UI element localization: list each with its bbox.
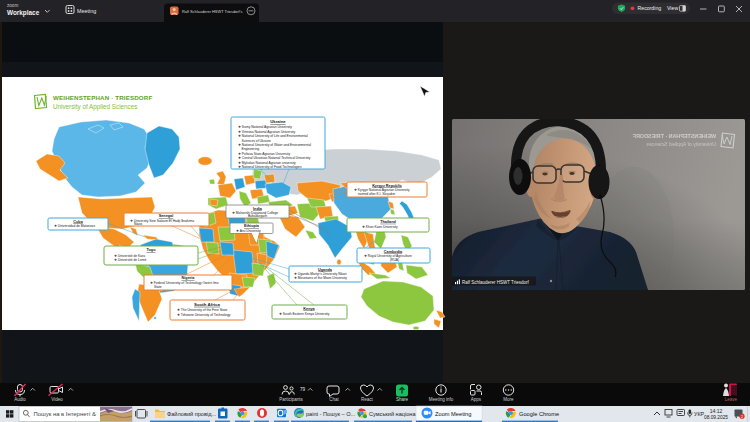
svg-text:Thailand: Thailand	[380, 220, 396, 224]
svg-text:79: 79	[300, 387, 306, 392]
svg-text:Recording: Recording	[638, 5, 662, 11]
svg-text:Ralf Schlauderer HSWT Triesdor: Ralf Schlauderer HSWT Triesdorf's	[182, 9, 242, 14]
svg-text:Meeting info: Meeting info	[429, 397, 454, 402]
svg-text:❖ Mountains of the Moon Univer: ❖ Mountains of the Moon University	[294, 276, 347, 280]
svg-text:Ethiopia: Ethiopia	[244, 224, 260, 228]
svg-text:❖ Khon Kaen University: ❖ Khon Kaen University	[362, 225, 398, 229]
svg-text:Bahadurgarh: Bahadurgarh	[248, 214, 267, 218]
svg-text:Cuba: Cuba	[73, 220, 83, 224]
svg-text:University of Applied Sciences: University of Applied Sciences	[646, 141, 716, 147]
svg-text:Share: Share	[396, 397, 409, 402]
svg-text:❖ The University of the Free S: ❖ The University of the Free State	[177, 308, 228, 312]
svg-text:Ukraine: Ukraine	[270, 119, 286, 124]
svg-text:❖ Vinnitsa National Agrarian U: ❖ Vinnitsa National Agrarian University	[238, 130, 295, 134]
svg-text:❖ Arsi University: ❖ Arsi University	[236, 229, 261, 233]
svg-text:❖ Universidad de Matanzas: ❖ Universidad de Matanzas	[54, 224, 95, 228]
svg-text:❖ Université de Kara: ❖ Université de Kara	[114, 254, 145, 258]
svg-text:Apps: Apps	[471, 397, 482, 402]
svg-text:View: View	[667, 5, 678, 11]
svg-text:Kenya: Kenya	[303, 307, 315, 311]
svg-text:14:12: 14:12	[710, 408, 723, 414]
svg-text:❖ Royal University of Agricult: ❖ Royal University of Agriculture	[364, 254, 412, 258]
svg-text:2: 2	[741, 415, 743, 419]
svg-text:❖ Sumy National Agrarian Unive: ❖ Sumy National Agrarian University	[238, 125, 292, 129]
svg-text:University of Applied Sciences: University of Applied Sciences	[53, 103, 137, 111]
svg-text:State: State	[154, 285, 162, 289]
svg-text:Сумський нацiона...: Сумський нацiона...	[369, 411, 421, 417]
svg-text:Engineering: Engineering	[242, 147, 260, 151]
svg-text:Meeting: Meeting	[77, 8, 96, 14]
svg-text:Chat: Chat	[329, 397, 339, 402]
svg-text:Google Chrome: Google Chrome	[519, 411, 559, 417]
svg-text:Пошук на в Iнтернетi &: Пошук на в Iнтернетi &	[34, 411, 96, 417]
svg-text:Sciences of Ukraine: Sciences of Ukraine	[242, 139, 271, 143]
svg-text:Ralf Schlauderer HSWT Triesdor: Ralf Schlauderer HSWT Triesdorf	[462, 280, 529, 285]
svg-text:Video: Video	[51, 397, 63, 402]
svg-text:Togo: Togo	[147, 248, 157, 252]
svg-text:(RUA): (RUA)	[390, 258, 399, 262]
svg-text:More: More	[503, 397, 514, 402]
svg-text:Zoom Meeting: Zoom Meeting	[435, 411, 471, 417]
svg-text:❖ National University of Life: ❖ National University of Life and Enviro…	[238, 134, 308, 138]
svg-text:❖ Poltava State Agrarian Unive: ❖ Poltava State Agrarian University	[238, 152, 290, 156]
svg-text:Niass: Niass	[134, 222, 143, 226]
svg-text:❖ South Eastern Kenya Universi: ❖ South Eastern Kenya University	[279, 312, 330, 316]
svg-text:❖ Mykolaiv National Agrarian u: ❖ Mykolaiv National Agrarian university	[238, 161, 296, 165]
svg-text:❖ Université de Lomé: ❖ Université de Lomé	[114, 258, 146, 262]
svg-text:Participants: Participants	[279, 397, 303, 402]
svg-text:paint - Пошук – О...: paint - Пошук – О...	[306, 411, 356, 417]
svg-text:React: React	[361, 397, 374, 402]
svg-text:Nigeria: Nigeria	[182, 276, 196, 280]
svg-text:WEIHENSTEPHAN · TRIESDORF: WEIHENSTEPHAN · TRIESDORF	[53, 94, 152, 101]
svg-text:Workplace: Workplace	[7, 9, 40, 17]
svg-text:zoom: zoom	[7, 3, 18, 8]
svg-text:УКР: УКР	[694, 411, 705, 417]
svg-text:Файловий провiд...: Файловий провiд...	[167, 411, 217, 417]
svg-text:08.09.2025: 08.09.2025	[704, 415, 728, 420]
svg-text:South Africa: South Africa	[194, 302, 220, 307]
svg-text:WEIHENSTEPHAN · TRIESDORF: WEIHENSTEPHAN · TRIESDORF	[632, 133, 716, 139]
svg-text:Leave: Leave	[725, 397, 738, 402]
svg-text:❖ National University of Food: ❖ National University of Food Technologi…	[238, 165, 302, 169]
svg-text:Audio: Audio	[14, 397, 26, 402]
svg-text:❖ Central Ukrainian National T: ❖ Central Ukrainian National Technical U…	[238, 156, 311, 160]
svg-text:named after K.I. Skryabin: named after K.I. Skryabin	[358, 192, 395, 196]
svg-text:❖ Tshwane University of Techno: ❖ Tshwane University of Technology	[177, 313, 231, 317]
svg-text:❖ National University of Water: ❖ National University of Water and Envir…	[238, 143, 311, 147]
